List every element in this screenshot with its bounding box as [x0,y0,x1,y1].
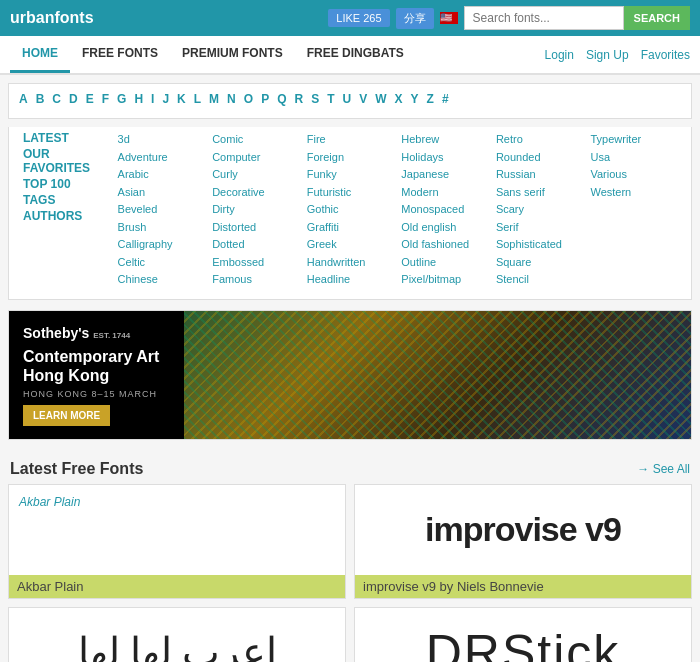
cat-greek[interactable]: Greek [307,236,394,253]
font-card-akbar[interactable]: Akbar Plain Akbar Plain [8,484,346,599]
signup-link[interactable]: Sign Up [586,48,629,62]
cat-gothic[interactable]: Gothic [307,201,394,218]
cat-headline[interactable]: Headline [307,271,394,288]
cat-latest[interactable]: LATEST [23,131,110,145]
cat-fire[interactable]: Fire [307,131,394,148]
cat-calligraphy[interactable]: Calligraphy [118,236,205,253]
cat-authors[interactable]: AUTHORS [23,209,110,223]
cat-funky[interactable]: Funky [307,166,394,183]
cat-celtic[interactable]: Celtic [118,254,205,271]
nav-free-dingbats[interactable]: FREE DINGBATS [295,36,416,73]
alpha-T[interactable]: T [327,92,334,106]
search-input[interactable] [464,6,624,30]
alpha-L[interactable]: L [194,92,201,106]
cat-sophisticated[interactable]: Sophisticated [496,236,583,253]
cat-pixel-bitmap[interactable]: Pixel/bitmap [401,271,488,288]
alpha-V[interactable]: V [359,92,367,106]
share-button[interactable]: 分享 [396,8,434,29]
alpha-D[interactable]: D [69,92,78,106]
cat-embossed[interactable]: Embossed [212,254,299,271]
cat-foreign[interactable]: Foreign [307,149,394,166]
cat-handwritten[interactable]: Handwritten [307,254,394,271]
alpha-F[interactable]: F [102,92,109,106]
alpha-M[interactable]: M [209,92,219,106]
nav-free-fonts[interactable]: FREE FONTS [70,36,170,73]
font-card-drstick[interactable]: DRStick [354,607,692,663]
cat-tags[interactable]: TAGS [23,193,110,207]
alpha-hash[interactable]: # [442,92,449,106]
alpha-K[interactable]: K [177,92,186,106]
cat-retro[interactable]: Retro [496,131,583,148]
cat-top100[interactable]: TOP 100 [23,177,110,191]
cat-brush[interactable]: Brush [118,219,205,236]
alpha-G[interactable]: G [117,92,126,106]
cat-hebrew[interactable]: Hebrew [401,131,488,148]
nav-home[interactable]: HOME [10,36,70,73]
alpha-W[interactable]: W [375,92,386,106]
alphabet-row: A B C D E F G H I J K L M N O P Q R S T … [19,92,681,106]
cat-old-fashioned[interactable]: Old fashioned [401,236,488,253]
cat-chinese[interactable]: Chinese [118,271,205,288]
cat-futuristic[interactable]: Futuristic [307,184,394,201]
alpha-S[interactable]: S [311,92,319,106]
alpha-P[interactable]: P [261,92,269,106]
cat-sans-serif[interactable]: Sans serif [496,184,583,201]
alpha-U[interactable]: U [343,92,352,106]
search-button[interactable]: SEARCH [624,6,690,30]
login-link[interactable]: Login [545,48,574,62]
alpha-I[interactable]: I [151,92,154,106]
alpha-C[interactable]: C [52,92,61,106]
cat-3d[interactable]: 3d [118,131,205,148]
cat-monospaced[interactable]: Monospaced [401,201,488,218]
alpha-A[interactable]: A [19,92,28,106]
cat-dirty[interactable]: Dirty [212,201,299,218]
ad-learn-more-button[interactable]: LEARN MORE [23,405,110,426]
cat-asian[interactable]: Asian [118,184,205,201]
cat-adventure[interactable]: Adventure [118,149,205,166]
font-card-improvise[interactable]: improvise v9 improvise v9 by Niels Bonne… [354,484,692,599]
cat-holidays[interactable]: Holidays [401,149,488,166]
alpha-N[interactable]: N [227,92,236,106]
cat-square[interactable]: Square [496,254,583,271]
cat-outline[interactable]: Outline [401,254,488,271]
cat-computer[interactable]: Computer [212,149,299,166]
cat-famous[interactable]: Famous [212,271,299,288]
alpha-B[interactable]: B [36,92,45,106]
alpha-H[interactable]: H [134,92,143,106]
alpha-E[interactable]: E [86,92,94,106]
nav-premium-fonts[interactable]: PREMIUM FONTS [170,36,295,73]
cat-western[interactable]: Western [590,184,677,201]
cat-serif[interactable]: Serif [496,219,583,236]
cat-old-english[interactable]: Old english [401,219,488,236]
cat-scary[interactable]: Scary [496,201,583,218]
cat-beveled[interactable]: Beveled [118,201,205,218]
cat-usa[interactable]: Usa [590,149,677,166]
cat-our-favorites[interactable]: OUR FAVORITES [23,147,110,175]
cat-comic[interactable]: Comic [212,131,299,148]
cat-rounded[interactable]: Rounded [496,149,583,166]
cat-typewriter[interactable]: Typewriter [590,131,677,148]
like-button[interactable]: LIKE 265 [328,9,389,27]
cat-col-3: Comic Computer Curly Decorative Dirty Di… [208,131,303,289]
cat-dotted[interactable]: Dotted [212,236,299,253]
alpha-Q[interactable]: Q [277,92,286,106]
alpha-O[interactable]: O [244,92,253,106]
favorites-link[interactable]: Favorites [641,48,690,62]
cat-russian[interactable]: Russian [496,166,583,183]
font-card-arabic[interactable]: اعرب لها لها [8,607,346,663]
cat-stencil[interactable]: Stencil [496,271,583,288]
alpha-Y[interactable]: Y [411,92,419,106]
alpha-X[interactable]: X [395,92,403,106]
cat-graffiti[interactable]: Graffiti [307,219,394,236]
cat-modern[interactable]: Modern [401,184,488,201]
cat-various[interactable]: Various [590,166,677,183]
cat-arabic[interactable]: Arabic [118,166,205,183]
see-all-link[interactable]: → See All [637,462,690,476]
alpha-R[interactable]: R [294,92,303,106]
cat-japanese[interactable]: Japanese [401,166,488,183]
alpha-J[interactable]: J [162,92,169,106]
cat-curly[interactable]: Curly [212,166,299,183]
cat-distorted[interactable]: Distorted [212,219,299,236]
cat-decorative[interactable]: Decorative [212,184,299,201]
alpha-Z[interactable]: Z [427,92,434,106]
